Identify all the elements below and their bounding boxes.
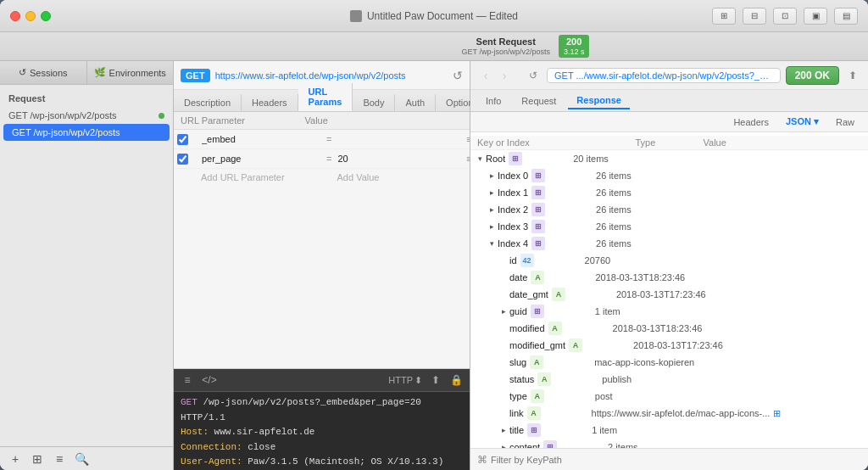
preview-line-1: GET /wp-json/wp/v2/posts?_embed&per_page… <box>181 395 463 425</box>
json-tree-row[interactable]: ▸ guid ⊞ 1 item <box>470 303 868 320</box>
type-badge: ⊞ <box>543 440 557 448</box>
tab-request[interactable]: Request <box>513 93 565 109</box>
add-request-button[interactable]: + <box>7 450 24 467</box>
layout-btn-5[interactable]: ▤ <box>834 8 858 25</box>
json-tree-row[interactable]: link A https://www.sir-apfelot.de/mac-ap… <box>470 405 868 422</box>
json-expand-icon[interactable] <box>498 322 509 334</box>
external-link-icon[interactable]: ⊞ <box>773 408 781 418</box>
json-tree-row[interactable]: ▸ Index 3 ⊞ 26 items <box>470 218 868 235</box>
tab-headers[interactable]: Headers <box>242 94 298 111</box>
json-expand-icon[interactable]: ▸ <box>498 441 509 448</box>
json-tree-row[interactable]: status A publish <box>470 371 868 388</box>
json-expand-icon[interactable]: ▾ <box>474 153 486 165</box>
response-refresh-button[interactable]: ↺ <box>525 67 542 84</box>
param-perpage-checkbox[interactable] <box>177 154 188 165</box>
json-expand-icon[interactable]: ▾ <box>486 238 498 249</box>
subtab-headers[interactable]: Headers <box>726 115 776 129</box>
json-tree-row[interactable]: ▸ content ⊞ 2 items <box>470 439 868 448</box>
nav-forward-button[interactable]: › <box>496 67 513 84</box>
json-expand-icon[interactable] <box>498 339 509 351</box>
preview-format-selector[interactable]: HTTP ⬍ <box>388 375 422 386</box>
param-embed-name[interactable] <box>198 132 323 146</box>
sidebar-item-request-2[interactable]: GET /wp-json/wp/v2/posts <box>3 124 170 141</box>
json-expand-icon[interactable] <box>498 373 509 385</box>
method-badge[interactable]: GET <box>181 69 210 82</box>
layout-btn-1[interactable]: ⊞ <box>712 8 736 25</box>
json-expand-icon[interactable]: ▸ <box>486 170 498 182</box>
filter-input[interactable] <box>491 455 861 465</box>
param-embed-value[interactable] <box>333 132 459 146</box>
json-tree-row[interactable]: ▸ title ⊞ 1 item <box>470 422 868 439</box>
nav-back-button[interactable]: ‹ <box>477 67 494 84</box>
minimize-button[interactable] <box>25 11 36 21</box>
json-tree-row[interactable]: ▾ Index 4 ⊞ 26 items <box>470 235 868 252</box>
json-key-text: Index 0 <box>498 171 528 181</box>
tab-auth[interactable]: Auth <box>395 94 436 111</box>
json-expand-icon[interactable]: ▸ <box>498 305 509 317</box>
json-tree-row[interactable]: type A post <box>470 388 868 405</box>
preview-list-btn[interactable]: ≡ <box>179 372 196 389</box>
json-tree-row[interactable]: date A 2018-03-13T18:23:46 <box>470 269 868 286</box>
json-expand-icon[interactable] <box>498 255 509 266</box>
json-tree-row[interactable]: date_gmt A 2018-03-13T17:23:46 <box>470 286 868 303</box>
param-embed-checkbox[interactable] <box>177 134 188 145</box>
json-key-cell: ▸ Index 2 <box>470 204 528 215</box>
json-expand-icon[interactable] <box>498 288 509 300</box>
tab-url-params[interactable]: URL Params <box>298 83 353 111</box>
refresh-url-button[interactable]: ↺ <box>453 69 463 82</box>
param-embed-expand[interactable]: ≡ <box>462 132 470 146</box>
subtab-json[interactable]: JSON ▾ <box>779 115 826 129</box>
json-key-text: Root <box>486 154 505 164</box>
json-key-cell: modified_gmt <box>470 339 565 351</box>
url-input[interactable]: https://www.sir-apfelot.de/wp-json/wp/v2… <box>215 70 448 81</box>
add-param-placeholder[interactable]: Add URL Parameter <box>198 171 331 183</box>
maximize-button[interactable] <box>41 11 51 21</box>
preview-lock-btn[interactable]: 🔒 <box>448 372 465 389</box>
json-expand-icon[interactable] <box>498 390 509 402</box>
json-expand-icon[interactable] <box>498 407 509 419</box>
json-tree-row[interactable]: slug A mac-app-icons-kopieren <box>470 354 868 371</box>
param-embed-actions: ≡ − <box>462 132 470 146</box>
tab-response[interactable]: Response <box>568 92 630 109</box>
layout-btn-4[interactable]: ▣ <box>804 8 827 25</box>
preview-code-btn[interactable]: </> <box>201 372 218 389</box>
layout-btn-2[interactable]: ⊟ <box>743 8 766 25</box>
subtab-raw[interactable]: Raw <box>829 115 861 129</box>
sort-button[interactable]: ≡ <box>51 450 68 467</box>
param-perpage-value[interactable] <box>333 152 459 165</box>
json-subtabs: Headers JSON ▾ Raw <box>470 112 868 132</box>
tab-environments[interactable]: 🌿 Environments <box>87 61 174 84</box>
preview-copy-btn[interactable]: ⬆ <box>427 372 444 389</box>
json-key-cell: slug <box>470 356 526 368</box>
tab-sessions[interactable]: ↺ Sessions <box>0 61 87 84</box>
param-perpage-name[interactable] <box>198 152 323 165</box>
tab-body[interactable]: Body <box>353 94 395 111</box>
json-expand-icon[interactable] <box>498 271 509 283</box>
json-expand-icon[interactable] <box>498 356 509 368</box>
sidebar-item-request-1[interactable]: GET /wp-json/wp/v2/posts <box>0 107 173 124</box>
json-tree-row[interactable]: ▸ Index 1 ⊞ 26 items <box>470 184 868 201</box>
json-tree-row[interactable]: modified A 2018-03-13T18:23:46 <box>470 320 868 337</box>
add-folder-button[interactable]: ⊞ <box>29 450 46 467</box>
json-expand-icon[interactable]: ▸ <box>498 424 509 436</box>
tab-description[interactable]: Description <box>174 94 242 111</box>
search-sidebar-button[interactable]: 🔍 <box>73 450 90 467</box>
layout-btn-3[interactable]: ⊡ <box>773 8 797 25</box>
add-value-placeholder[interactable]: Add Value <box>334 171 467 183</box>
json-expand-icon[interactable]: ▸ <box>486 204 498 215</box>
json-key-cell: date_gmt <box>470 288 548 300</box>
close-button[interactable] <box>10 11 20 21</box>
json-tree-row[interactable]: ▸ Index 0 ⊞ 26 items <box>470 167 868 184</box>
status-code: 200 <box>566 36 581 48</box>
json-tree-row[interactable]: id 42 20760 <box>470 252 868 269</box>
tab-info[interactable]: Info <box>477 93 509 109</box>
json-tree-row[interactable]: ▾ Root ⊞ 20 items <box>470 150 868 167</box>
share-button[interactable]: ⬆ <box>844 67 861 84</box>
json-tree-row[interactable]: ▸ Index 2 ⊞ 26 items <box>470 201 868 218</box>
json-tree-row[interactable]: modified_gmt A 2018-03-13T17:23:46 <box>470 337 868 354</box>
json-tree: Key or Index Type Value ▾ Root ⊞ 20 item… <box>470 132 868 448</box>
json-key-text: type <box>509 391 527 401</box>
param-perpage-expand[interactable]: ≡ <box>462 152 470 165</box>
json-expand-icon[interactable]: ▸ <box>486 221 498 232</box>
json-expand-icon[interactable]: ▸ <box>486 187 498 199</box>
